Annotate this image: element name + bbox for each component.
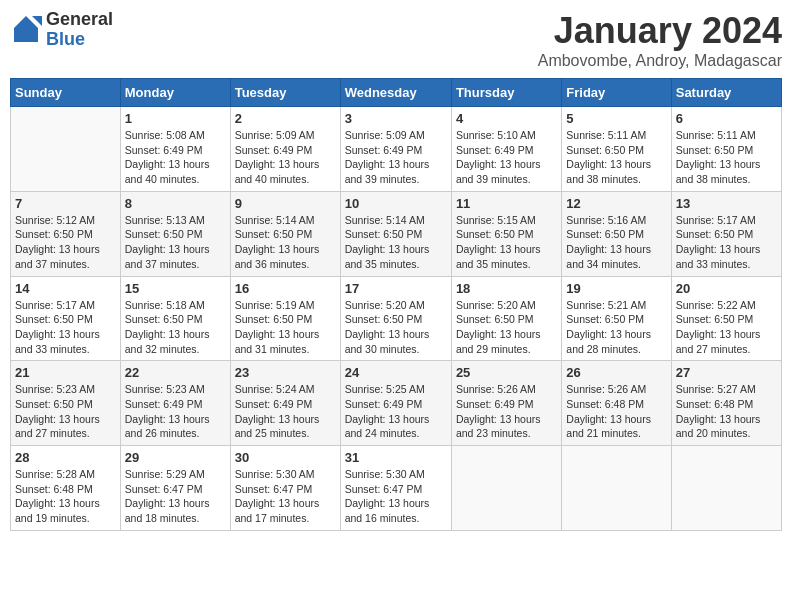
day-detail: Sunrise: 5:27 AMSunset: 6:48 PMDaylight:… (676, 382, 777, 441)
day-detail: Sunrise: 5:13 AMSunset: 6:50 PMDaylight:… (125, 213, 226, 272)
header-saturday: Saturday (671, 79, 781, 107)
calendar-cell: 23Sunrise: 5:24 AMSunset: 6:49 PMDayligh… (230, 361, 340, 446)
calendar-cell: 1Sunrise: 5:08 AMSunset: 6:49 PMDaylight… (120, 107, 230, 192)
calendar-cell: 24Sunrise: 5:25 AMSunset: 6:49 PMDayligh… (340, 361, 451, 446)
logo-general: General (46, 10, 113, 30)
day-number: 2 (235, 111, 336, 126)
day-number: 18 (456, 281, 557, 296)
title-month: January 2024 (538, 10, 782, 52)
day-detail: Sunrise: 5:21 AMSunset: 6:50 PMDaylight:… (566, 298, 666, 357)
calendar-cell: 27Sunrise: 5:27 AMSunset: 6:48 PMDayligh… (671, 361, 781, 446)
day-number: 24 (345, 365, 447, 380)
header-monday: Monday (120, 79, 230, 107)
day-detail: Sunrise: 5:20 AMSunset: 6:50 PMDaylight:… (456, 298, 557, 357)
calendar-cell: 19Sunrise: 5:21 AMSunset: 6:50 PMDayligh… (562, 276, 671, 361)
calendar-cell: 22Sunrise: 5:23 AMSunset: 6:49 PMDayligh… (120, 361, 230, 446)
day-number: 7 (15, 196, 116, 211)
day-number: 22 (125, 365, 226, 380)
logo-blue: Blue (46, 30, 113, 50)
day-number: 21 (15, 365, 116, 380)
calendar-cell: 20Sunrise: 5:22 AMSunset: 6:50 PMDayligh… (671, 276, 781, 361)
day-detail: Sunrise: 5:28 AMSunset: 6:48 PMDaylight:… (15, 467, 116, 526)
day-number: 6 (676, 111, 777, 126)
day-number: 16 (235, 281, 336, 296)
day-detail: Sunrise: 5:22 AMSunset: 6:50 PMDaylight:… (676, 298, 777, 357)
day-number: 27 (676, 365, 777, 380)
day-number: 30 (235, 450, 336, 465)
calendar-cell: 15Sunrise: 5:18 AMSunset: 6:50 PMDayligh… (120, 276, 230, 361)
day-detail: Sunrise: 5:16 AMSunset: 6:50 PMDaylight:… (566, 213, 666, 272)
day-detail: Sunrise: 5:20 AMSunset: 6:50 PMDaylight:… (345, 298, 447, 357)
week-row-2: 7Sunrise: 5:12 AMSunset: 6:50 PMDaylight… (11, 191, 782, 276)
day-detail: Sunrise: 5:23 AMSunset: 6:50 PMDaylight:… (15, 382, 116, 441)
calendar-cell: 3Sunrise: 5:09 AMSunset: 6:49 PMDaylight… (340, 107, 451, 192)
header-tuesday: Tuesday (230, 79, 340, 107)
calendar-cell: 28Sunrise: 5:28 AMSunset: 6:48 PMDayligh… (11, 446, 121, 531)
day-detail: Sunrise: 5:19 AMSunset: 6:50 PMDaylight:… (235, 298, 336, 357)
day-number: 14 (15, 281, 116, 296)
day-number: 17 (345, 281, 447, 296)
calendar-cell: 14Sunrise: 5:17 AMSunset: 6:50 PMDayligh… (11, 276, 121, 361)
logo-text: General Blue (46, 10, 113, 50)
calendar-cell: 12Sunrise: 5:16 AMSunset: 6:50 PMDayligh… (562, 191, 671, 276)
calendar-cell: 2Sunrise: 5:09 AMSunset: 6:49 PMDaylight… (230, 107, 340, 192)
header-sunday: Sunday (11, 79, 121, 107)
calendar-cell: 30Sunrise: 5:30 AMSunset: 6:47 PMDayligh… (230, 446, 340, 531)
calendar-cell: 9Sunrise: 5:14 AMSunset: 6:50 PMDaylight… (230, 191, 340, 276)
calendar-cell: 13Sunrise: 5:17 AMSunset: 6:50 PMDayligh… (671, 191, 781, 276)
day-number: 5 (566, 111, 666, 126)
week-row-3: 14Sunrise: 5:17 AMSunset: 6:50 PMDayligh… (11, 276, 782, 361)
day-number: 29 (125, 450, 226, 465)
logo: General Blue (10, 10, 113, 50)
week-row-4: 21Sunrise: 5:23 AMSunset: 6:50 PMDayligh… (11, 361, 782, 446)
day-detail: Sunrise: 5:26 AMSunset: 6:49 PMDaylight:… (456, 382, 557, 441)
calendar-cell: 21Sunrise: 5:23 AMSunset: 6:50 PMDayligh… (11, 361, 121, 446)
calendar-cell: 10Sunrise: 5:14 AMSunset: 6:50 PMDayligh… (340, 191, 451, 276)
day-number: 11 (456, 196, 557, 211)
calendar-cell: 26Sunrise: 5:26 AMSunset: 6:48 PMDayligh… (562, 361, 671, 446)
calendar-cell: 29Sunrise: 5:29 AMSunset: 6:47 PMDayligh… (120, 446, 230, 531)
day-number: 3 (345, 111, 447, 126)
calendar-cell: 7Sunrise: 5:12 AMSunset: 6:50 PMDaylight… (11, 191, 121, 276)
day-number: 28 (15, 450, 116, 465)
day-detail: Sunrise: 5:25 AMSunset: 6:49 PMDaylight:… (345, 382, 447, 441)
day-number: 13 (676, 196, 777, 211)
header-friday: Friday (562, 79, 671, 107)
calendar-cell: 25Sunrise: 5:26 AMSunset: 6:49 PMDayligh… (451, 361, 561, 446)
day-number: 31 (345, 450, 447, 465)
calendar-cell: 18Sunrise: 5:20 AMSunset: 6:50 PMDayligh… (451, 276, 561, 361)
calendar-cell (562, 446, 671, 531)
calendar-cell (451, 446, 561, 531)
day-number: 23 (235, 365, 336, 380)
day-number: 25 (456, 365, 557, 380)
day-detail: Sunrise: 5:23 AMSunset: 6:49 PMDaylight:… (125, 382, 226, 441)
calendar-cell (11, 107, 121, 192)
day-number: 26 (566, 365, 666, 380)
day-number: 4 (456, 111, 557, 126)
day-detail: Sunrise: 5:17 AMSunset: 6:50 PMDaylight:… (676, 213, 777, 272)
day-detail: Sunrise: 5:26 AMSunset: 6:48 PMDaylight:… (566, 382, 666, 441)
day-detail: Sunrise: 5:08 AMSunset: 6:49 PMDaylight:… (125, 128, 226, 187)
calendar-cell: 4Sunrise: 5:10 AMSunset: 6:49 PMDaylight… (451, 107, 561, 192)
calendar-cell: 6Sunrise: 5:11 AMSunset: 6:50 PMDaylight… (671, 107, 781, 192)
day-number: 15 (125, 281, 226, 296)
day-detail: Sunrise: 5:14 AMSunset: 6:50 PMDaylight:… (235, 213, 336, 272)
svg-marker-0 (14, 16, 38, 42)
day-number: 1 (125, 111, 226, 126)
day-detail: Sunrise: 5:11 AMSunset: 6:50 PMDaylight:… (676, 128, 777, 187)
calendar-cell: 5Sunrise: 5:11 AMSunset: 6:50 PMDaylight… (562, 107, 671, 192)
day-number: 10 (345, 196, 447, 211)
day-detail: Sunrise: 5:09 AMSunset: 6:49 PMDaylight:… (235, 128, 336, 187)
logo-icon (10, 14, 42, 46)
day-detail: Sunrise: 5:24 AMSunset: 6:49 PMDaylight:… (235, 382, 336, 441)
day-detail: Sunrise: 5:30 AMSunset: 6:47 PMDaylight:… (345, 467, 447, 526)
title-block: January 2024 Ambovombe, Androy, Madagasc… (538, 10, 782, 70)
day-number: 19 (566, 281, 666, 296)
day-number: 20 (676, 281, 777, 296)
day-detail: Sunrise: 5:17 AMSunset: 6:50 PMDaylight:… (15, 298, 116, 357)
calendar-cell: 11Sunrise: 5:15 AMSunset: 6:50 PMDayligh… (451, 191, 561, 276)
calendar-cell: 8Sunrise: 5:13 AMSunset: 6:50 PMDaylight… (120, 191, 230, 276)
title-location: Ambovombe, Androy, Madagascar (538, 52, 782, 70)
header-wednesday: Wednesday (340, 79, 451, 107)
day-number: 12 (566, 196, 666, 211)
